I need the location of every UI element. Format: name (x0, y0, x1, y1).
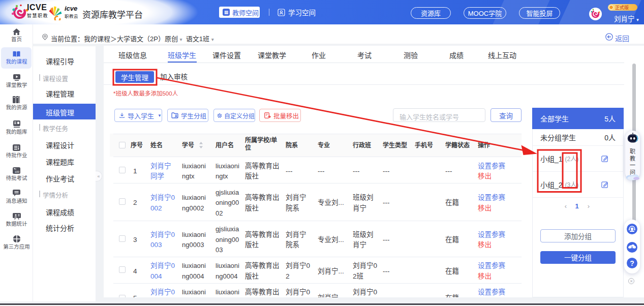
svg-text:100: 100 (15, 170, 19, 173)
